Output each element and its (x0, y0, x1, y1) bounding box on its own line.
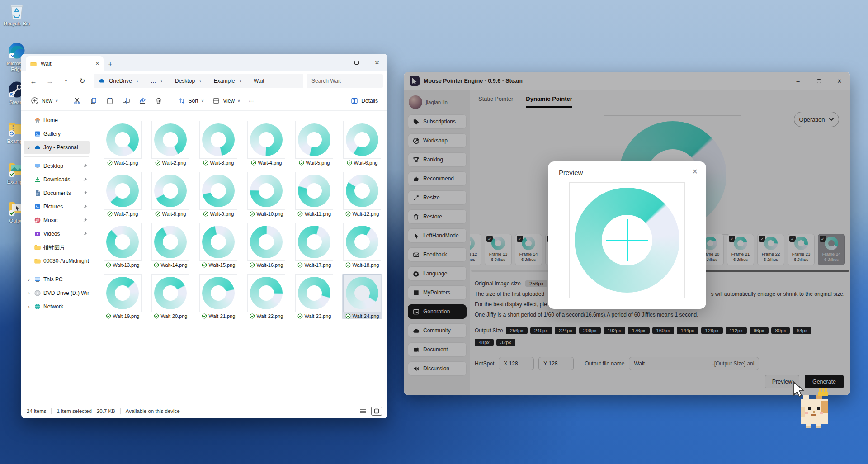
copy-button[interactable] (85, 94, 102, 108)
file-thumbnail (247, 121, 285, 159)
file-item[interactable]: Wait-16.png (246, 223, 286, 268)
sidebar-item-icon (34, 217, 41, 224)
sidebar-item[interactable]: › 指针图片 (24, 241, 90, 254)
sidebar-item[interactable]: › Music (24, 213, 90, 227)
file-item[interactable]: Wait-22.png (246, 274, 286, 319)
file-item[interactable]: Wait-20.png (151, 274, 190, 319)
sidebar-item[interactable]: › Desktop (24, 159, 90, 173)
file-item[interactable]: Wait-14.png (151, 223, 190, 268)
spinner-image (154, 175, 187, 207)
rename-button[interactable] (118, 94, 134, 108)
file-item[interactable]: Wait-1.png (103, 120, 142, 166)
file-item[interactable]: Wait-11.png (294, 171, 334, 217)
file-item[interactable]: Wait-24.png (342, 274, 382, 319)
tab-close-icon[interactable]: ✕ (95, 61, 99, 66)
onedrive-cloud-icon (98, 77, 105, 85)
file-item[interactable]: Wait-19.png (103, 274, 142, 319)
file-item[interactable]: Wait-10.png (246, 171, 286, 217)
sidebar-item[interactable]: › (24, 268, 90, 273)
file-name: Wait-20.png (161, 313, 188, 319)
details-view-toggle[interactable] (358, 407, 368, 416)
up-button[interactable]: ↑ (58, 73, 74, 89)
file-name: Wait-3.png (210, 160, 234, 166)
explorer-tab[interactable]: Wait ✕ (26, 56, 104, 71)
sidebar-item[interactable]: › (24, 154, 90, 159)
minimize-button[interactable]: – (325, 54, 346, 71)
chevron-right-icon[interactable]: › (26, 145, 32, 150)
breadcrumb-item[interactable]: Example › (203, 77, 242, 85)
new-button[interactable]: New ∨ (27, 94, 62, 108)
spinner-image (154, 226, 187, 258)
more-options-button[interactable]: ··· (245, 94, 258, 108)
file-thumbnail (104, 121, 142, 159)
file-item[interactable]: Wait-3.png (198, 120, 238, 166)
delete-button[interactable] (151, 94, 167, 108)
sidebar-item-icon (34, 203, 41, 210)
chevron-right-icon[interactable]: › (26, 277, 32, 282)
pin-icon (82, 190, 88, 196)
chevron-right-icon[interactable]: › (26, 304, 32, 309)
spinner-image (250, 175, 283, 207)
file-item[interactable]: Wait-5.png (294, 120, 334, 166)
sidebar-item[interactable]: › 00030-ArcMidnight (24, 254, 90, 268)
sidebar-item[interactable]: › Gallery (24, 127, 90, 141)
file-item[interactable]: Wait-15.png (198, 223, 238, 268)
file-thumbnail (199, 223, 237, 261)
details-button[interactable]: Details (346, 94, 382, 108)
breadcrumb[interactable]: OneDrive › … › Desktop › (94, 74, 303, 88)
selection-size: 20.7 KB (97, 408, 115, 414)
close-button[interactable]: ✕ (367, 54, 387, 71)
search-input[interactable]: Search Wait (307, 74, 383, 88)
sidebar-item[interactable]: › Home (24, 114, 90, 127)
sidebar-item[interactable]: › Network (24, 300, 90, 313)
sidebar-item[interactable]: › Pictures (24, 200, 90, 213)
maximize-button[interactable] (346, 54, 367, 71)
chevron-down-icon: ∨ (237, 99, 241, 103)
sidebar-item[interactable]: › Documents (24, 186, 90, 200)
file-item[interactable]: Wait-12.png (342, 171, 382, 217)
breadcrumb-item[interactable]: Wait › (243, 77, 267, 85)
new-tab-button[interactable]: + (104, 56, 117, 71)
file-item[interactable]: Wait-6.png (342, 120, 382, 166)
desktop-icon[interactable]: Recycle Bin (3, 2, 31, 27)
paste-button[interactable] (102, 94, 118, 108)
back-button[interactable]: ← (26, 73, 41, 89)
cut-button[interactable] (69, 94, 85, 108)
file-item[interactable]: Wait-8.png (151, 171, 190, 217)
file-thumbnail (104, 223, 142, 261)
file-item[interactable]: Wait-21.png (198, 274, 238, 319)
chevron-right-icon[interactable]: › (26, 291, 32, 296)
file-item[interactable]: Wait-4.png (246, 120, 286, 166)
file-item[interactable]: Wait-9.png (198, 171, 238, 217)
forward-button[interactable]: → (42, 73, 57, 89)
refresh-button[interactable]: ↻ (75, 73, 90, 89)
file-thumbnail (151, 172, 189, 210)
sidebar-item[interactable]: › Joy - Personal (24, 141, 90, 154)
file-item[interactable]: Wait-23.png (294, 274, 334, 319)
sidebar-item[interactable]: › Downloads (24, 173, 90, 186)
file-item[interactable]: Wait-13.png (103, 223, 142, 268)
breadcrumb-item[interactable]: … › (140, 77, 163, 85)
file-item[interactable]: Wait-7.png (103, 171, 142, 217)
file-item[interactable]: Wait-18.png (342, 223, 382, 268)
onedrive-sync-check-icon (345, 313, 351, 319)
thumbnail-view-toggle[interactable] (371, 407, 382, 416)
sidebar-item[interactable]: › DVD Drive (D:) Win (24, 286, 90, 300)
sort-button[interactable]: Sort ∨ (174, 94, 208, 108)
onedrive-sync-check-icon (299, 160, 304, 166)
view-button[interactable]: View ∨ (208, 94, 244, 108)
sidebar-item-icon (34, 276, 41, 283)
sidebar-item[interactable]: › This PC (24, 273, 90, 286)
file-item[interactable]: Wait-2.png (151, 120, 190, 166)
breadcrumb-item[interactable]: OneDrive › (98, 77, 139, 85)
modal-close-icon[interactable]: ✕ (692, 167, 698, 176)
steam-window: Mouse Pointer Engine - 0.9.6 - Steam – ✕… (404, 72, 850, 395)
tab-title: Wait (41, 61, 92, 67)
file-thumbnail (151, 223, 189, 261)
share-button[interactable] (134, 94, 151, 108)
breadcrumb-item[interactable]: Desktop › (164, 77, 202, 85)
file-item[interactable]: Wait-17.png (294, 223, 334, 268)
onedrive-sync-check-icon (345, 262, 351, 268)
file-name: Wait-24.png (353, 313, 379, 319)
sidebar-item[interactable]: › Videos (24, 227, 90, 241)
